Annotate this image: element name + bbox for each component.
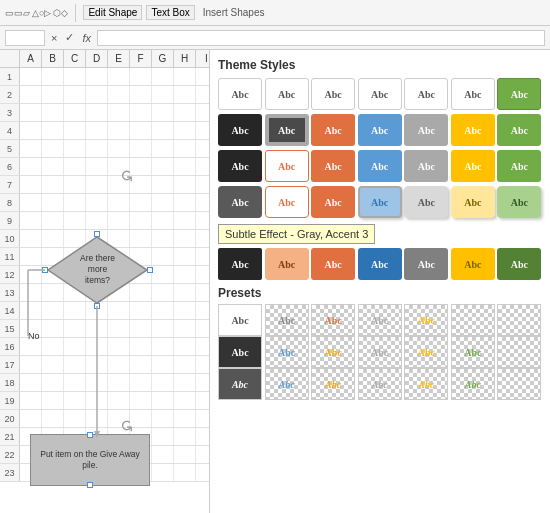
table-row: 22	[0, 446, 209, 464]
theme-btn-r2c6[interactable]: Abc	[451, 114, 495, 146]
table-row: 15	[0, 320, 209, 338]
preset-btn-r3c4[interactable]: Abc	[358, 368, 402, 400]
presets-row-2: Abc Abc Abc Abc Abc Abc	[218, 336, 542, 368]
col-header-g: G	[152, 50, 174, 67]
theme-btn-r4c3[interactable]: Abc	[311, 186, 355, 218]
theme-btn-r3c2[interactable]: Abc	[265, 150, 309, 182]
text-box-button[interactable]: Text Box	[146, 5, 194, 20]
theme-btn-r4c7[interactable]: Abc	[497, 186, 541, 218]
preset-btn-r1c2[interactable]: Abc	[265, 304, 309, 336]
cell-reference-box[interactable]	[5, 30, 45, 46]
preset-btn-r3c7[interactable]	[497, 368, 541, 400]
theme-btn-r1c7[interactable]: Abc	[497, 78, 541, 110]
preset-btn-r2c4[interactable]: Abc	[358, 336, 402, 368]
theme-btn-r2c3[interactable]: Abc	[311, 114, 355, 146]
theme-btn-r1c1[interactable]: Abc	[218, 78, 262, 110]
theme-btn-r1c3[interactable]: Abc	[311, 78, 355, 110]
table-row: 11	[0, 248, 209, 266]
theme-btn-r2c2[interactable]: Abc	[265, 114, 309, 146]
theme-btn-r3c4[interactable]: Abc	[358, 150, 402, 182]
theme-btn-r1c4[interactable]: Abc	[358, 78, 402, 110]
theme-btn-r3c6[interactable]: Abc	[451, 150, 495, 182]
theme-btn-r4c6[interactable]: Abc	[451, 186, 495, 218]
insert-shapes-label: Insert Shapes	[203, 7, 265, 18]
preset-btn-r2c7[interactable]	[497, 336, 541, 368]
col-header-a: A	[20, 50, 42, 67]
fx-label: ×	[49, 32, 59, 44]
preset-btn-r1c1[interactable]: Abc	[218, 304, 262, 336]
theme-btn-r1c2[interactable]: Abc	[265, 78, 309, 110]
table-row: 12	[0, 266, 209, 284]
theme-panel: Theme Styles Abc Abc Abc Abc Abc Abc Abc…	[210, 50, 550, 513]
preset-btn-r2c2[interactable]: Abc	[265, 336, 309, 368]
edit-shape-label: Edit Shape	[88, 7, 137, 18]
table-row: 18	[0, 374, 209, 392]
theme-btn-r1c6[interactable]: Abc	[451, 78, 495, 110]
main-area: A B C D E F G H I J K 1 2 3 4 5 6 7 8 9 …	[0, 50, 550, 513]
preset-btn-r3c3[interactable]: Abc	[311, 368, 355, 400]
divider	[75, 4, 76, 22]
col-header-i: I	[196, 50, 210, 67]
shape-icon-2: △○▷	[32, 8, 51, 18]
table-row: 3	[0, 104, 209, 122]
spreadsheet-rows: 1 2 3 4 5 6 7 8 9 10 11 12 13 14 15 16 1…	[0, 68, 209, 482]
preset-btn-r3c6[interactable]: Abc	[451, 368, 495, 400]
theme-btn-r3c7[interactable]: Abc	[497, 150, 541, 182]
theme-btn-r4c4[interactable]: Abc	[358, 186, 402, 218]
theme-btn-r2c7[interactable]: Abc	[497, 114, 541, 146]
shapes-toolbar: ▭▭▱ △○▷ ⬡◇	[5, 8, 68, 18]
selection-handle-bottom-2[interactable]	[87, 482, 93, 488]
theme-btn-r1c5[interactable]: Abc	[404, 78, 448, 110]
theme-btn-r5c5[interactable]: Abc	[404, 248, 448, 280]
table-row: 1	[0, 68, 209, 86]
preset-btn-r2c6[interactable]: Abc	[451, 336, 495, 368]
preset-btn-r1c4[interactable]: Abc	[358, 304, 402, 336]
preset-btn-r1c5[interactable]: Abc	[404, 304, 448, 336]
fx-icon: fx	[80, 32, 93, 44]
table-row: 2	[0, 86, 209, 104]
theme-btn-r5c7[interactable]: Abc	[497, 248, 541, 280]
preset-btn-r3c1[interactable]: Abc	[218, 368, 262, 400]
shape-icon-1: ▭▭▱	[5, 8, 30, 18]
table-row: 20	[0, 410, 209, 428]
preset-btn-r3c5[interactable]: Abc	[404, 368, 448, 400]
theme-btn-r2c4[interactable]: Abc	[358, 114, 402, 146]
theme-btn-r3c3[interactable]: Abc	[311, 150, 355, 182]
theme-btn-r4c1[interactable]: Abc	[218, 186, 262, 218]
table-row: 21	[0, 428, 209, 446]
table-row: 7	[0, 176, 209, 194]
preset-btn-r1c3[interactable]: Abc	[311, 304, 355, 336]
table-row: 5	[0, 140, 209, 158]
shape-icon-3: ⬡◇	[53, 8, 68, 18]
theme-btn-r5c2[interactable]: Abc	[265, 248, 309, 280]
table-row: 19	[0, 392, 209, 410]
theme-btn-r3c1[interactable]: Abc	[218, 150, 262, 182]
preset-btn-r2c3[interactable]: Abc	[311, 336, 355, 368]
formula-input[interactable]	[97, 30, 545, 46]
col-header-f: F	[130, 50, 152, 67]
theme-row-2: Abc Abc Abc Abc Abc Abc Abc	[218, 114, 542, 146]
theme-btn-r5c1[interactable]: Abc	[218, 248, 262, 280]
table-row: 10	[0, 230, 209, 248]
theme-btn-r3c5[interactable]: Abc	[404, 150, 448, 182]
row-num-header	[0, 50, 20, 67]
col-headers: A B C D E F G H I J K	[0, 50, 209, 68]
theme-btn-r4c2[interactable]: Abc	[265, 186, 309, 218]
theme-btn-r2c5[interactable]: Abc	[404, 114, 448, 146]
preset-btn-r3c2[interactable]: Abc	[265, 368, 309, 400]
col-header-b: B	[42, 50, 64, 67]
theme-btn-r5c4[interactable]: Abc	[358, 248, 402, 280]
preset-btn-r1c6[interactable]	[451, 304, 495, 336]
theme-row-4: Abc Abc Abc Abc Abc Abc Abc	[218, 186, 542, 218]
table-row: 14	[0, 302, 209, 320]
theme-btn-r5c3[interactable]: Abc	[311, 248, 355, 280]
preset-btn-r1c7[interactable]	[497, 304, 541, 336]
col-header-d: D	[86, 50, 108, 67]
preset-btn-r2c5[interactable]: Abc	[404, 336, 448, 368]
preset-btn-r2c1[interactable]: Abc	[218, 336, 262, 368]
theme-btn-r2c1[interactable]: Abc	[218, 114, 262, 146]
table-row: 13	[0, 284, 209, 302]
edit-shape-button[interactable]: Edit Shape	[83, 5, 142, 20]
theme-btn-r4c5[interactable]: Abc	[404, 186, 448, 218]
theme-btn-r5c6[interactable]: Abc	[451, 248, 495, 280]
